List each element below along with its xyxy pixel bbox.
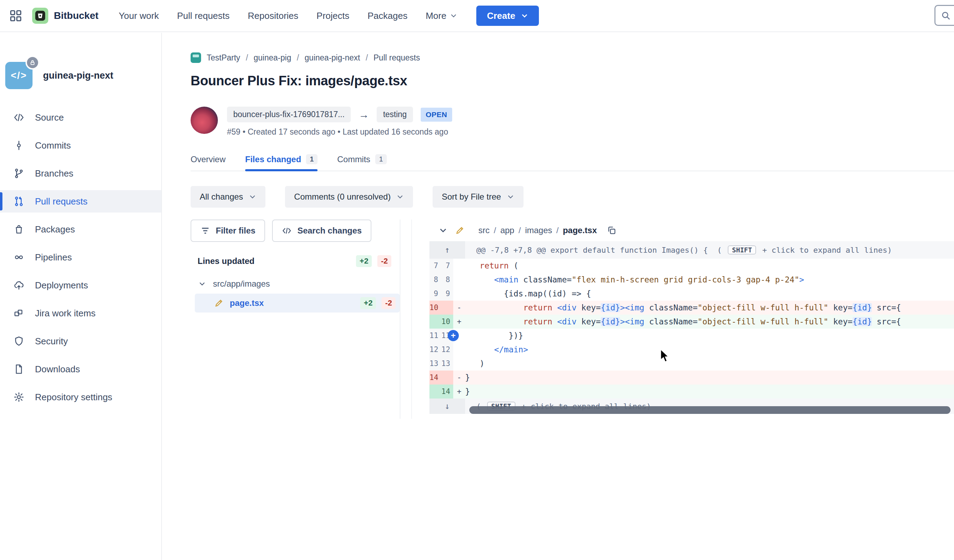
diff-line: 77 return ( (429, 259, 954, 273)
breadcrumb-item[interactable]: guinea-pig-next (305, 53, 360, 62)
repo-avatar[interactable]: </> (5, 62, 33, 89)
sidebar-item-security[interactable]: Security (0, 330, 161, 352)
code-text: return <div key={id}><img className="obj… (465, 314, 954, 328)
all-changes-dropdown[interactable]: All changes (190, 186, 265, 208)
line-number-new[interactable]: 13 (441, 356, 453, 370)
sidebar-item-downloads[interactable]: Downloads (0, 358, 161, 380)
nav-item-packages[interactable]: Packages (368, 11, 407, 21)
expand-up-icon[interactable]: ↑ (429, 241, 465, 259)
tab-commits[interactable]: Commits1 (337, 154, 387, 164)
add-comment-button[interactable]: + (447, 330, 459, 341)
nav-item-projects[interactable]: Projects (316, 11, 349, 21)
nav-items: Your workPull requestsRepositoriesProjec… (119, 11, 458, 21)
bitbucket-pr-page: Bitbucket Your workPull requestsReposito… (0, 0, 954, 560)
lock-icon (25, 56, 39, 70)
sidebar-item-label: Source (35, 112, 64, 123)
line-number-new[interactable]: 9 (441, 287, 453, 301)
line-number-old[interactable]: 12 (429, 342, 441, 356)
deploy-icon (13, 280, 25, 291)
tabs: OverviewFiles changed1Commits1 (190, 154, 954, 171)
sidebar-item-label: Pipelines (35, 252, 72, 263)
search-input[interactable] (934, 5, 954, 26)
tree-folder[interactable]: src/app/images (190, 279, 400, 289)
nav-item-repositories[interactable]: Repositories (248, 11, 299, 21)
sidebar-item-packages[interactable]: Packages (0, 218, 161, 241)
bitbucket-logo[interactable]: Bitbucket (32, 8, 98, 24)
sidebar-item-repository-settings[interactable]: Repository settings (0, 386, 161, 408)
avatar[interactable] (190, 107, 218, 134)
line-number-new[interactable]: 14 (441, 384, 453, 398)
hunk-footer: ↓ ( SHIFT + click to expand all lines) (429, 398, 954, 414)
line-number-old[interactable] (429, 314, 441, 328)
diff-sign (453, 342, 465, 356)
breadcrumb-item[interactable]: TestParty (207, 53, 240, 62)
tab-overview[interactable]: Overview (190, 154, 226, 164)
comments-label: Comments (0 unresolved) (294, 192, 391, 202)
sidebar-item-label: Downloads (35, 364, 80, 375)
filter-files-button[interactable]: Filter files (190, 219, 265, 242)
tree-folder-label: src/app/images (213, 279, 270, 289)
sidebar-item-branches[interactable]: Branches (0, 162, 161, 185)
line-number-new[interactable]: 12 (441, 342, 453, 356)
hunk-header-top[interactable]: ↑ @@ -7,8 +7,8 @@ export default functio… (429, 241, 954, 259)
sidebar-item-source[interactable]: Source (0, 106, 161, 129)
line-number-old[interactable]: 7 (429, 259, 441, 273)
line-number-old[interactable]: 8 (429, 273, 441, 287)
branch-icon (13, 168, 25, 179)
path-separator: / (494, 226, 496, 235)
sidebar-item-pull-requests[interactable]: Pull requests (0, 190, 161, 213)
sort-dropdown[interactable]: Sort by File tree (433, 186, 523, 208)
collapse-chevron-icon[interactable] (438, 226, 447, 235)
pencil-icon (214, 299, 223, 308)
sidebar-item-commits[interactable]: Commits (0, 134, 161, 157)
line-number-new[interactable] (441, 370, 453, 384)
tab-label: Files changed (245, 154, 301, 164)
line-number-old[interactable]: 10 (429, 301, 441, 314)
sidebar-item-label: Pull requests (35, 196, 87, 207)
expand-hint-suffix: + click to expand all lines) (758, 246, 892, 255)
breadcrumb-separator: / (246, 53, 248, 62)
horizontal-scrollbar[interactable] (469, 406, 951, 414)
expand-down-icon[interactable]: ↓ (429, 398, 465, 414)
diff-sign (453, 287, 465, 301)
copy-icon[interactable] (607, 226, 617, 235)
comments-dropdown[interactable]: Comments (0 unresolved) (285, 186, 413, 208)
line-number-new[interactable]: 7 (441, 259, 453, 273)
nav-item-your-work[interactable]: Your work (119, 11, 159, 21)
line-number-new[interactable] (441, 301, 453, 314)
code-icon: </> (11, 70, 27, 81)
sidebar-item-deployments[interactable]: Deployments (0, 274, 161, 296)
sidebar-item-pipelines[interactable]: Pipelines (0, 246, 161, 269)
diff-sign: + (453, 314, 465, 328)
path-separator: / (519, 226, 521, 235)
source-branch[interactable]: bouncer-plus-fix-1769017817... (227, 107, 351, 122)
tab-files-changed[interactable]: Files changed1 (245, 154, 318, 164)
line-number-new[interactable]: 10 (441, 314, 453, 328)
sidebar-item-jira-work-items[interactable]: Jira work items (0, 302, 161, 324)
search-changes-button[interactable]: Search changes (272, 219, 371, 242)
code-text: } (465, 384, 954, 398)
line-number-new[interactable]: 8 (441, 273, 453, 287)
breadcrumb-item[interactable]: Pull requests (374, 53, 420, 62)
diff-sign (453, 259, 465, 273)
line-number-old[interactable]: 9 (429, 287, 441, 301)
nav-item-more[interactable]: More (426, 11, 457, 21)
diff-file-header: src/app/images/page.tsx (429, 219, 954, 241)
filter-row: All changes Comments (0 unresolved) Sort… (190, 186, 954, 208)
panel-divider[interactable] (400, 219, 429, 419)
pr-icon (13, 196, 25, 207)
code-text: ) (465, 356, 954, 370)
line-number-old[interactable]: 13 (429, 356, 441, 370)
jira-icon (13, 308, 25, 319)
page-title: Bouncer Plus Fix: images/page.tsx (190, 73, 954, 89)
line-number-old[interactable]: 11 (429, 328, 441, 342)
app-switcher-icon[interactable] (9, 9, 22, 22)
tree-file-selected[interactable]: page.tsx +2 -2 (195, 294, 400, 313)
line-number-old[interactable] (429, 384, 441, 398)
nav-item-pull-requests[interactable]: Pull requests (177, 11, 229, 21)
breadcrumb-item[interactable]: guinea-pig (254, 53, 291, 62)
target-branch[interactable]: testing (377, 107, 413, 122)
line-number-old[interactable]: 14 (429, 370, 441, 384)
create-button[interactable]: Create (476, 6, 539, 26)
code-icon (13, 112, 25, 123)
